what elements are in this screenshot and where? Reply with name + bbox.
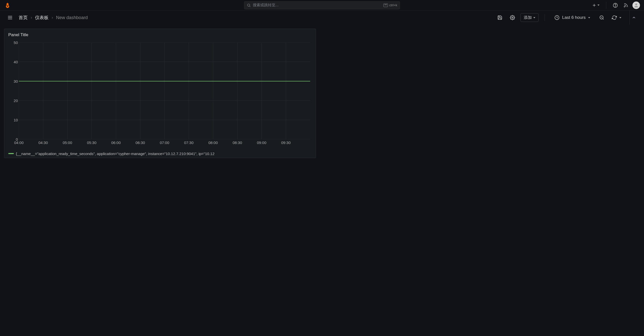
- x-axis-tick: 08:00: [208, 140, 218, 145]
- divider: [606, 2, 606, 9]
- plus-icon: [592, 3, 596, 8]
- topbar-right: [590, 1, 640, 9]
- svg-point-7: [624, 6, 625, 7]
- svg-point-1: [248, 4, 250, 6]
- search-icon: [247, 3, 251, 7]
- x-axis-tick: 07:30: [184, 140, 194, 145]
- zoom-out-button[interactable]: [597, 13, 606, 22]
- breadcrumb-current: New dashboard: [56, 15, 88, 20]
- zoom-out-icon: [599, 15, 604, 20]
- legend-swatch: [8, 153, 14, 154]
- x-axis-tick: 06:30: [136, 140, 145, 145]
- time-range-picker[interactable]: Last 6 hours: [551, 13, 594, 22]
- y-axis-tick: 30: [8, 79, 18, 83]
- breadcrumb: 首页 › 仪表板 › New dashboard: [19, 15, 88, 21]
- x-axis-tick: 05:00: [63, 140, 72, 145]
- chevron-up-icon: [632, 15, 636, 20]
- time-series-panel[interactable]: Panel Title 0102030405004:0004:3005:0005…: [4, 29, 316, 158]
- refresh-button[interactable]: [610, 13, 623, 22]
- add-menu[interactable]: [590, 1, 601, 9]
- user-icon: [633, 3, 639, 8]
- save-icon: [497, 15, 502, 20]
- search-placeholder: 搜索或跳转至...: [253, 3, 279, 8]
- save-dashboard-button[interactable]: [495, 13, 504, 22]
- global-search[interactable]: 搜索或跳转至... ctrl+k: [244, 1, 400, 9]
- keyboard-icon: [383, 4, 388, 7]
- add-label: 添加: [524, 15, 532, 20]
- breadcrumb-dashboards[interactable]: 仪表板: [35, 15, 49, 21]
- svg-point-6: [615, 6, 615, 6]
- top-navbar: 搜索或跳转至... ctrl+k: [0, 0, 644, 11]
- y-axis-tick: 50: [8, 40, 18, 45]
- grafana-icon: [4, 2, 11, 9]
- time-range-label: Last 6 hours: [562, 15, 586, 20]
- search-kbd-hint: ctrl+k: [383, 3, 397, 7]
- news-rss-button[interactable]: [622, 1, 630, 9]
- x-axis-tick: 06:00: [111, 140, 121, 145]
- svg-line-2: [250, 6, 250, 7]
- breadcrumb-home[interactable]: 首页: [19, 15, 28, 21]
- svg-point-8: [635, 3, 637, 5]
- plot-svg: [19, 42, 310, 139]
- y-axis-tick: 20: [8, 99, 18, 103]
- y-axis-tick: 10: [8, 118, 18, 122]
- kbd-text: ctrl+k: [389, 3, 397, 7]
- collapse-toolbar-button[interactable]: [629, 11, 638, 25]
- toolbar-actions: 添加 Last 6 hours: [495, 11, 638, 25]
- panel-title: Panel Title: [6, 31, 314, 39]
- y-axis-tick: 40: [8, 60, 18, 64]
- user-avatar[interactable]: [632, 2, 640, 9]
- legend-label: {__name__="application_ready_time_second…: [16, 152, 215, 156]
- search-container: 搜索或跳转至... ctrl+k: [244, 1, 400, 9]
- x-axis-tick: 09:30: [281, 140, 291, 145]
- dashboard-toolbar: 首页 › 仪表板 › New dashboard 添加 Las: [0, 11, 644, 25]
- gear-icon: [510, 15, 515, 20]
- divider: [545, 14, 545, 21]
- menu-toggle[interactable]: [6, 14, 14, 22]
- rss-icon: [623, 3, 628, 8]
- refresh-icon: [612, 15, 617, 20]
- grafana-logo[interactable]: [4, 2, 11, 9]
- breadcrumb-separator: ›: [31, 15, 32, 20]
- dashboard-canvas: Panel Title 0102030405004:0004:3005:0005…: [0, 25, 644, 162]
- x-axis-tick: 07:00: [160, 140, 169, 145]
- svg-line-15: [603, 19, 604, 20]
- chevron-down-icon: [533, 17, 535, 18]
- chart-area: 0102030405004:0004:3005:0005:3006:0006:3…: [8, 42, 312, 149]
- help-button[interactable]: [611, 1, 619, 9]
- clock-icon: [554, 15, 559, 20]
- x-axis-tick: 09:00: [257, 140, 266, 145]
- x-axis-tick: 04:30: [38, 140, 48, 145]
- svg-point-0: [7, 5, 8, 7]
- breadcrumb-separator: ›: [52, 15, 53, 20]
- chevron-down-icon: [597, 5, 599, 6]
- dashboard-settings-button[interactable]: [508, 13, 517, 22]
- plot[interactable]: [19, 42, 310, 139]
- chevron-down-icon: [588, 17, 590, 18]
- svg-point-12: [512, 17, 513, 18]
- x-axis-tick: 05:30: [87, 140, 97, 145]
- x-axis-tick: 04:00: [14, 140, 24, 145]
- legend[interactable]: {__name__="application_ready_time_second…: [6, 149, 314, 158]
- add-panel-button[interactable]: 添加: [520, 13, 539, 22]
- x-axis-tick: 08:30: [233, 140, 242, 145]
- chevron-down-icon: [619, 17, 621, 18]
- hamburger-icon: [7, 15, 13, 20]
- help-icon: [613, 3, 618, 8]
